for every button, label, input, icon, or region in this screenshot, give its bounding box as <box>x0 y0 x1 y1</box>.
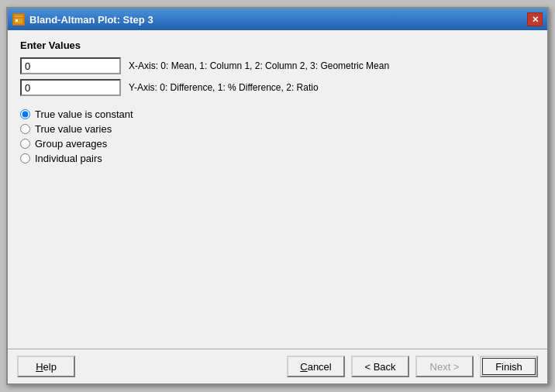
radio-input-1[interactable] <box>20 109 30 119</box>
svg-rect-0 <box>14 15 23 24</box>
cancel-button[interactable]: Cancel <box>287 356 345 377</box>
back-button[interactable]: < Back <box>351 356 409 377</box>
section-title: Enter Values <box>20 40 535 51</box>
next-label: Next > <box>430 361 460 373</box>
title-bar: Bland-Altman Plot: Step 3 ✕ <box>8 9 547 30</box>
radio-label-1: True value is constant <box>35 108 133 120</box>
yaxis-input[interactable] <box>20 79 121 96</box>
radio-option-1[interactable]: True value is constant <box>20 108 535 120</box>
radio-label-2: True value varies <box>35 123 112 135</box>
radio-label-3: Group averages <box>35 138 107 150</box>
finish-button[interactable]: Finish <box>480 356 538 377</box>
main-content: Enter Values X-Axis: 0: Mean, 1: Column … <box>8 30 547 349</box>
radio-group: True value is constant True value varies… <box>20 108 535 164</box>
next-button[interactable]: Next > <box>415 356 474 377</box>
radio-input-4[interactable] <box>20 153 30 163</box>
xaxis-row: X-Axis: 0: Mean, 1: Column 1, 2: Column … <box>20 57 535 74</box>
yaxis-row: Y-Axis: 0: Difference, 1: % Difference, … <box>20 79 535 96</box>
yaxis-description: Y-Axis: 0: Difference, 1: % Difference, … <box>129 82 319 93</box>
dialog-window: Bland-Altman Plot: Step 3 ✕ Enter Values… <box>6 7 549 385</box>
radio-input-3[interactable] <box>20 139 30 149</box>
xaxis-input[interactable] <box>20 57 121 74</box>
help-label: elp <box>43 361 57 373</box>
window-title: Bland-Altman Plot: Step 3 <box>29 14 153 26</box>
window-icon <box>12 13 25 26</box>
back-label: < Back <box>364 361 395 373</box>
button-bar: Help Cancel < Back Next > Finish <box>8 349 547 383</box>
svg-rect-2 <box>16 19 18 22</box>
xaxis-description: X-Axis: 0: Mean, 1: Column 1, 2: Column … <box>129 60 389 71</box>
title-bar-left: Bland-Altman Plot: Step 3 <box>12 13 153 26</box>
radio-option-3[interactable]: Group averages <box>20 138 535 150</box>
help-button[interactable]: Help <box>17 356 75 377</box>
radio-option-4[interactable]: Individual pairs <box>20 153 535 164</box>
radio-input-2[interactable] <box>20 124 30 134</box>
radio-label-4: Individual pairs <box>35 153 102 164</box>
finish-label: Finish <box>495 361 522 373</box>
cancel-label: ancel <box>308 361 332 373</box>
radio-option-2[interactable]: True value varies <box>20 123 535 135</box>
close-button[interactable]: ✕ <box>527 12 543 26</box>
